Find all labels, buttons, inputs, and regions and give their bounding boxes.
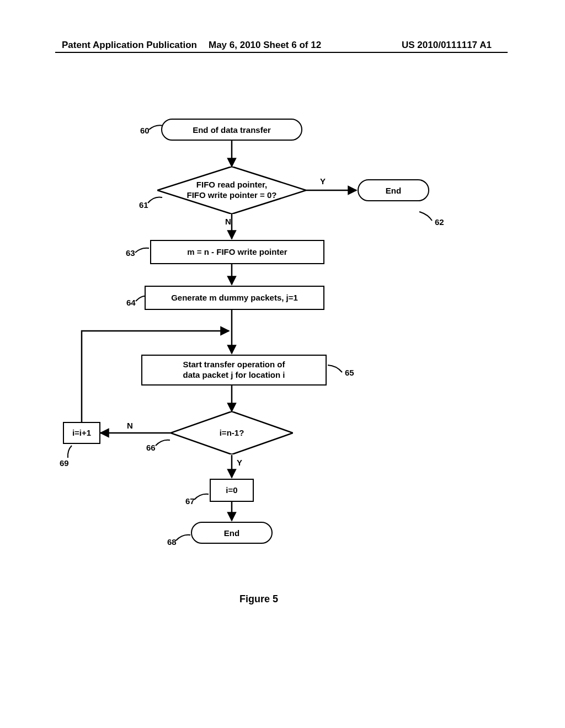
process-i-zero: i=0	[210, 479, 254, 502]
edge-61-n: N	[225, 217, 231, 226]
n61-text: FIFO read pointer,FIFO write pointer = 0…	[187, 180, 277, 201]
n63-text: m = n - FIFO write pointer	[187, 247, 287, 258]
n66-text: i=n-1?	[220, 428, 244, 438]
ref-66: 66	[146, 443, 156, 452]
process-generate-dummy: Generate m dummy packets, j=1	[145, 286, 324, 310]
ref-68: 68	[167, 537, 177, 547]
n67-text: i=0	[226, 485, 237, 496]
terminator-end-top: End	[358, 179, 429, 201]
process-i-inc: i=i+1	[63, 422, 100, 444]
n68-text: End	[224, 528, 239, 538]
ref-61: 61	[139, 200, 148, 210]
edge-66-y: Y	[237, 458, 242, 467]
ref-65: 65	[345, 368, 354, 377]
n64-text: Generate m dummy packets, j=1	[171, 293, 298, 303]
ref-64: 64	[126, 298, 136, 307]
decision-i-eq-n1: i=n-1?	[170, 411, 293, 454]
ref-67: 67	[185, 496, 195, 506]
process-start-transfer: Start transfer operation ofdata packet j…	[141, 355, 327, 386]
n69-text: i=i+1	[72, 428, 91, 438]
ref-63: 63	[126, 248, 135, 258]
n62-text: End	[386, 186, 401, 195]
terminator-end-bottom: End	[191, 522, 273, 544]
process-compute-m: m = n - FIFO write pointer	[150, 240, 324, 264]
figure-caption: Figure 5	[239, 593, 278, 605]
edge-66-n: N	[127, 421, 133, 430]
edge-61-y: Y	[320, 176, 326, 186]
terminator-start: End of data transfer	[161, 119, 302, 141]
flowchart: End of data transfer FIFO read pointer,F…	[0, 0, 565, 728]
n60-text: End of data transfer	[193, 125, 271, 135]
n65-text: Start transfer operation ofdata packet j…	[183, 360, 285, 381]
ref-62: 62	[435, 217, 444, 227]
decision-fifo-zero: FIFO read pointer,FIFO write pointer = 0…	[157, 167, 306, 214]
ref-69: 69	[60, 458, 69, 468]
ref-60: 60	[140, 126, 150, 135]
